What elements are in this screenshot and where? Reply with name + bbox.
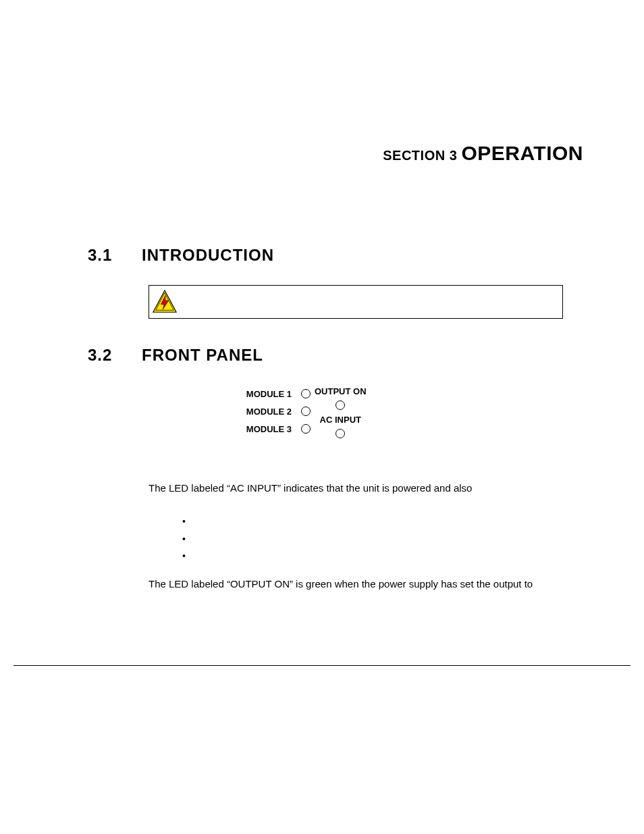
heading-text: INTRODUCTION [142,246,274,265]
section-name: OPERATION [461,142,583,164]
heading-introduction: 3.1 INTRODUCTION [88,246,583,265]
led-icon [301,407,311,416]
heading-front-panel: 3.2 FRONT PANEL [88,346,583,365]
ac-input-label: AC INPUT [320,415,361,425]
warning-box [149,285,563,319]
heading-text: FRONT PANEL [142,346,263,365]
lightning-warning-icon [152,289,178,315]
paragraph: The LED labeled “AC INPUT” indicates tha… [149,481,563,495]
body-text: The LED labeled “AC INPUT” indicates tha… [149,481,563,591]
led-icon [301,389,311,398]
front-panel-diagram: MODULE 1 MODULE 2 MODULE 3 OUTPUT ON AC … [238,385,406,440]
footer-rule [14,665,630,666]
output-on-label: OUTPUT ON [315,386,367,396]
bullet-icon: • [182,533,186,546]
section-prefix: SECTION 3 [383,148,461,163]
led-icon [301,424,311,434]
bullet-list: • • • [182,515,563,563]
heading-number: 3.1 [88,246,122,265]
led-icon [336,400,345,410]
module-1-label: MODULE 1 [238,389,297,399]
module-3-label: MODULE 3 [238,424,297,434]
led-icon [336,429,345,438]
bullet-icon: • [182,515,186,529]
module-2-label: MODULE 2 [238,407,297,417]
paragraph: The LED labeled “OUTPUT ON” is green whe… [149,577,563,591]
bullet-icon: • [182,550,186,563]
heading-number: 3.2 [88,346,122,365]
section-title: SECTION 3 OPERATION [61,142,583,165]
